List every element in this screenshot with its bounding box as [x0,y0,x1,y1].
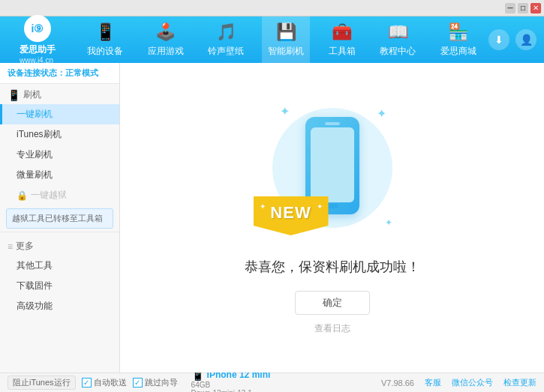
nav-right-buttons: ⬇ 👤 [488,29,544,50]
sidebar-divider [0,232,119,232]
phone-illustration: ✦ ✦ ✦ ✦ NEW ✦ [265,100,400,243]
sidebar-info-box: 越狱工具已转移至工具箱 [6,208,113,229]
more-icon: ≡ [8,241,13,252]
title-bar: ─ □ ✕ [0,0,544,16]
sidebar-item-one-key-flash[interactable]: 一键刷机 [0,104,119,124]
logo-icon: i⑨ [24,15,51,42]
sparkle-1: ✦ [280,104,290,118]
skip-guide-check-icon: ✓ [133,378,143,388]
device-model: Down-12mini-13.1 [191,389,271,393]
check-update-link[interactable]: 检查更新 [503,377,536,388]
content-area: ✦ ✦ ✦ ✦ NEW ✦ 恭喜您，保资料刷机成功啦！ 确定 查看日志 [120,63,544,373]
nav-items: 📱 我的设备 🕹️ 应用游戏 🎵 铃声壁纸 💾 智能刷机 🧰 工具箱 📖 教程中… [75,16,488,63]
flash-section-icon: 📱 [8,89,20,101]
nav-smart-flash[interactable]: 💾 智能刷机 [262,16,310,63]
device-status: 设备连接状态：正常模式 [0,63,119,84]
nav-toolbox[interactable]: 🧰 工具箱 [323,16,362,63]
new-star-left: ✦ [260,202,266,211]
new-banner: ✦ NEW ✦ [254,196,329,235]
new-star-right: ✦ [317,202,323,211]
wechat-link[interactable]: 微信公众号 [452,377,493,388]
sidebar-item-other-tools[interactable]: 其他工具 [0,256,119,276]
sidebar: 设备连接状态：正常模式 📱 刷机 一键刷机 iTunes刷机 专业刷机 微量刷机… [0,63,120,373]
sidebar-item-pro-flash[interactable]: 专业刷机 [0,145,119,165]
nav-ringtones[interactable]: 🎵 铃声壁纸 [202,16,250,63]
confirm-button[interactable]: 确定 [295,291,370,315]
logo-text: 爱思助手 www.i4.cn [20,43,56,64]
nav-my-device[interactable]: 📱 我的设备 [81,16,129,63]
version-label: V7.98.66 [381,379,414,388]
sidebar-item-advanced[interactable]: 高级功能 [0,296,119,316]
new-badge-text: NEW [270,203,311,223]
more-section-header[interactable]: ≡ 更多 [0,235,119,256]
sparkle-2: ✦ [377,106,386,121]
maximize-button[interactable]: □ [518,3,528,13]
skip-guide-checkbox[interactable]: ✓ 跳过向导 [133,377,178,388]
phone-screen [311,127,354,202]
bottom-right: V7.98.66 客服 微信公众号 检查更新 [381,377,536,388]
device-storage: 64GB [191,381,271,389]
close-button[interactable]: ✕ [530,3,541,13]
auto-close-check-icon: ✓ [82,378,92,388]
flash-section-header[interactable]: 📱 刷机 [0,84,119,104]
sidebar-locked-jailbreak: 🔒 一键越狱 [0,185,119,205]
lock-icon: 🔒 [17,190,28,201]
sidebar-item-itunes-flash[interactable]: iTunes刷机 [0,124,119,145]
download-button[interactable]: ⬇ [488,29,509,50]
customer-service-link[interactable]: 客服 [425,377,441,388]
toolbox-icon: 🧰 [332,22,353,43]
nav-apps-games[interactable]: 🕹️ 应用游戏 [142,16,190,63]
main-area: 设备连接状态：正常模式 📱 刷机 一键刷机 iTunes刷机 专业刷机 微量刷机… [0,63,544,373]
logo-area: i⑨ 爱思助手 www.i4.cn [0,15,75,64]
bottom-bar: 阻止iTunes运行 ✓ 自动歌送 ✓ 跳过向导 📱 iPhone 12 min… [0,373,544,392]
nav-mall[interactable]: 🏪 爱思商城 [434,16,482,63]
sparkle-3: ✦ [385,217,392,228]
nav-tutorial[interactable]: 📖 教程中心 [374,16,422,63]
tutorial-icon: 📖 [387,22,408,43]
my-device-icon: 📱 [95,22,116,43]
user-button[interactable]: 👤 [515,29,536,50]
day-log-link[interactable]: 查看日志 [314,322,350,335]
ringtones-icon: 🎵 [215,22,236,43]
auto-close-checkbox[interactable]: ✓ 自动歌送 [82,377,127,388]
mall-icon: 🏪 [448,22,469,43]
apps-games-icon: 🕹️ [155,22,176,43]
top-nav: i⑨ 爱思助手 www.i4.cn 📱 我的设备 🕹️ 应用游戏 🎵 铃声壁纸 … [0,16,544,63]
stop-itunes-button[interactable]: 阻止iTunes运行 [8,376,76,390]
success-message: 恭喜您，保资料刷机成功啦！ [245,258,420,276]
phone-speaker [325,122,340,125]
minimize-button[interactable]: ─ [505,3,515,13]
sidebar-item-micro-flash[interactable]: 微量刷机 [0,165,119,185]
smart-flash-icon: 💾 [275,22,296,43]
sidebar-item-download-fw[interactable]: 下载固件 [0,276,119,296]
